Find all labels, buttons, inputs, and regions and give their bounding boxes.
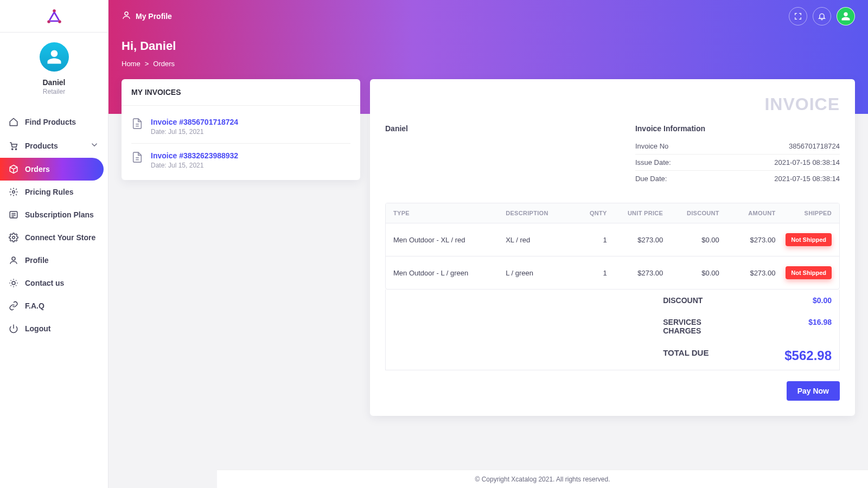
svg-point-3 xyxy=(12,148,13,149)
cell-disc: $0.00 xyxy=(663,236,719,244)
pay-now-button[interactable]: Pay Now xyxy=(787,381,840,401)
invoice-info-row: Due Date: 2021-07-15 08:38:14 xyxy=(635,171,840,187)
chevron-down-icon xyxy=(90,140,99,151)
invoice-watermark: INVOICE xyxy=(764,94,840,114)
cell-qty: 1 xyxy=(573,236,607,244)
sidebar-user-name: Daniel xyxy=(42,78,65,87)
total-row-service: SERVICES CHARGES $16.98 xyxy=(386,311,839,342)
invoice-list-item[interactable]: Invoice #3856701718724 Date: Jul 15, 202… xyxy=(131,110,350,144)
sidebar-item-connect-store[interactable]: Connect Your Store xyxy=(0,226,108,249)
svg-line-20 xyxy=(16,280,16,281)
sidebar-item-pricing-rules[interactable]: Pricing Rules xyxy=(0,181,108,203)
topbar: My Profile xyxy=(108,0,868,33)
table-row: Men Outdoor - XL / red XL / red 1 $273.0… xyxy=(386,223,839,256)
svg-point-10 xyxy=(12,236,15,239)
user-icon xyxy=(9,255,18,265)
cell-unit: $273.00 xyxy=(607,236,663,244)
invoice-info-value: 2021-07-15 08:38:14 xyxy=(774,158,840,166)
user-icon xyxy=(841,11,851,21)
total-value: $0.00 xyxy=(775,296,832,305)
footer: © Copyright Xcatalog 2021. All rights re… xyxy=(217,470,868,488)
sidebar-item-label: Subscription Plans xyxy=(25,210,94,219)
col-qty: QNTY xyxy=(573,210,607,216)
cart-icon xyxy=(9,141,18,151)
sidebar-item-label: Contact us xyxy=(25,279,64,287)
house-icon xyxy=(9,117,18,127)
svg-point-1 xyxy=(47,20,50,23)
avatar[interactable] xyxy=(40,42,69,72)
fullscreen-button[interactable] xyxy=(789,7,807,25)
greeting: Hi, Daniel xyxy=(122,39,176,53)
sun-icon xyxy=(9,278,18,288)
main: My Profile xyxy=(108,0,868,488)
status-badge: Not Shipped xyxy=(786,266,832,279)
invoice-info-value: 3856701718724 xyxy=(789,142,840,150)
sidebar-item-label: Connect Your Store xyxy=(25,233,95,242)
sidebar-item-subscription-plans[interactable]: Subscription Plans xyxy=(0,203,108,226)
table-row: Men Outdoor - L / green L / green 1 $273… xyxy=(386,256,839,289)
notifications-button[interactable] xyxy=(813,7,831,25)
user-menu-button[interactable] xyxy=(837,7,855,25)
invoice-info-value: 2021-07-15 08:38:14 xyxy=(774,175,840,183)
sidebar-item-find-products[interactable]: Find Products xyxy=(0,111,108,133)
total-label: DISCOUNT xyxy=(663,296,719,305)
invoice-totals: DISCOUNT $0.00 SERVICES CHARGES $16.98 T… xyxy=(385,290,840,370)
total-row-due: TOTAL DUE $562.98 xyxy=(386,342,839,370)
invoice-info-title: Invoice Information xyxy=(635,124,840,133)
invoice-table-header: TYPE DESCRIPTION QNTY UNIT PRICE DISCOUN… xyxy=(386,203,839,223)
svg-point-12 xyxy=(12,281,15,285)
col-amount: AMOUNT xyxy=(719,210,776,216)
cell-qty: 1 xyxy=(573,269,607,277)
sidebar-item-label: Products xyxy=(25,142,58,150)
sidebar-item-contact-us[interactable]: Contact us xyxy=(0,272,108,294)
total-label: TOTAL DUE xyxy=(663,348,719,363)
power-icon xyxy=(9,324,18,333)
col-shipped: SHIPPED xyxy=(775,210,832,216)
invoice-list-card: MY INVOICES Invoice #3856701718724 Date:… xyxy=(122,79,360,180)
col-type: TYPE xyxy=(393,210,506,216)
link-icon xyxy=(9,301,18,311)
bell-icon xyxy=(818,12,826,21)
breadcrumb: Home > Orders xyxy=(122,60,176,68)
status-badge: Not Shipped xyxy=(786,233,832,246)
sidebar-item-faq[interactable]: F.A.Q xyxy=(0,294,108,317)
sidebar-user-role: Retailer xyxy=(43,88,65,95)
sidebar-item-label: Orders xyxy=(25,165,50,174)
invoice-item-date: Date: Jul 15, 2021 xyxy=(151,162,238,169)
cell-unit: $273.00 xyxy=(607,269,663,277)
invoice-customer: Daniel xyxy=(385,124,408,187)
sidebar-item-profile[interactable]: Profile xyxy=(0,249,108,272)
breadcrumb-separator: > xyxy=(145,60,149,68)
sidebar-item-label: Pricing Rules xyxy=(25,188,73,196)
sidebar-profile: Daniel Retailer xyxy=(0,33,108,107)
svg-point-11 xyxy=(12,257,15,260)
gears-icon xyxy=(9,187,18,197)
invoice-info-row: Issue Date: 2021-07-15 08:38:14 xyxy=(635,155,840,171)
invoice-list-item[interactable]: Invoice #3832623988932 Date: Jul 15, 202… xyxy=(131,144,350,177)
box-icon xyxy=(9,164,18,174)
svg-point-2 xyxy=(58,20,61,23)
sidebar-item-label: Profile xyxy=(25,256,49,265)
logo[interactable] xyxy=(0,0,108,33)
file-icon xyxy=(131,118,143,130)
sidebar-nav: Find Products Products Orders xyxy=(0,107,108,343)
invoice-list-title: MY INVOICES xyxy=(122,79,360,106)
cell-disc: $0.00 xyxy=(663,269,719,277)
cell-desc: L / green xyxy=(506,269,573,277)
invoice-info-label: Issue Date: xyxy=(635,158,671,166)
logo-icon xyxy=(46,8,62,24)
breadcrumb-current: Orders xyxy=(153,60,175,68)
svg-point-4 xyxy=(15,148,16,149)
total-value: $16.98 xyxy=(775,318,832,335)
col-discount: DISCOUNT xyxy=(663,210,719,216)
cell-desc: XL / red xyxy=(506,236,573,244)
breadcrumb-home[interactable]: Home xyxy=(122,60,141,68)
sidebar-item-products[interactable]: Products xyxy=(0,133,108,158)
cell-type: Men Outdoor - XL / red xyxy=(393,236,506,244)
sidebar-item-logout[interactable]: Logout xyxy=(0,317,108,340)
sidebar: Daniel Retailer Find Products Products xyxy=(0,0,108,488)
svg-line-15 xyxy=(11,280,11,281)
sidebar-item-orders[interactable]: Orders xyxy=(0,158,104,181)
page-title: My Profile xyxy=(136,12,172,21)
invoice-info-label: Due Date: xyxy=(635,175,667,183)
